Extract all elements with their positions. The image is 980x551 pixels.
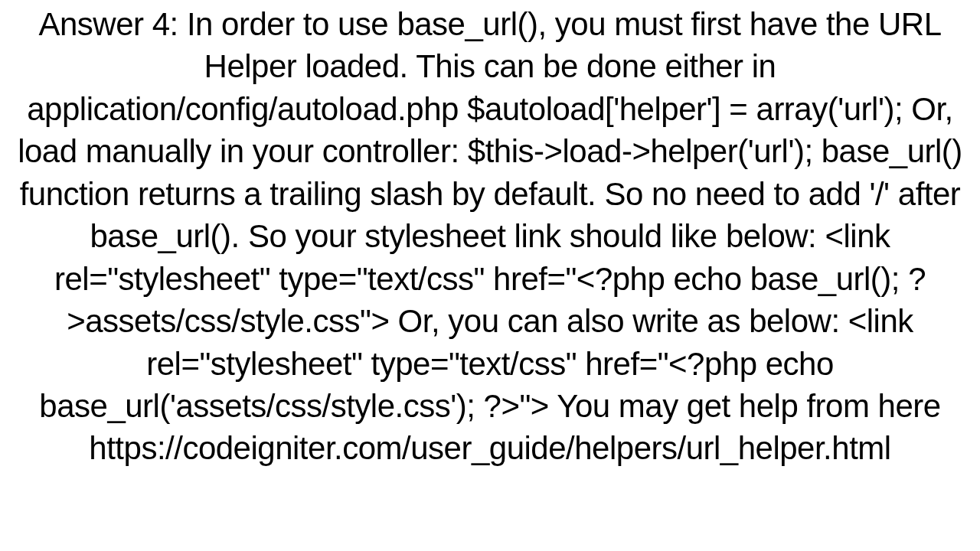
answer-body: Answer 4: In order to use base_url(), yo…: [18, 6, 962, 466]
answer-text-block: Answer 4: In order to use base_url(), yo…: [0, 0, 980, 551]
